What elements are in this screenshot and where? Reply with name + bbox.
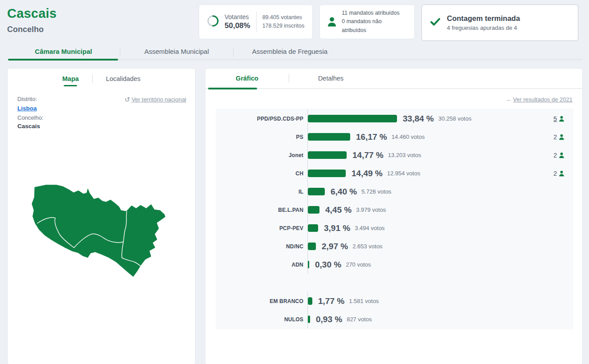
contagem-title: Contagem terminada [447,14,520,23]
pct-value: 33,84 % [403,114,434,124]
result-bar [308,170,346,177]
result-bar [308,224,318,232]
pct-value: 1,77 % [318,296,344,306]
votes-value: 12.954 votos [387,170,420,177]
person-icon [559,134,564,140]
result-bar [308,151,347,159]
chart-row-ps: PS16,17 %14.460 votos2 [216,128,573,146]
result-bar [308,261,309,268]
chart-row-jonet: Jonet14,77 %13.203 votos2 [216,146,573,164]
votes-value: 14.460 votos [392,133,425,140]
main-tabs: Câmara Municipal Assembleia Municipal As… [7,45,583,61]
bar-area: 2,97 %2.653 votos [307,237,573,255]
votes-value: 13.203 votos [388,152,421,158]
title-block: Cascais Concelho [7,4,199,41]
votes-value: 270 votos [346,261,371,268]
district-link[interactable]: Lisboa [17,105,37,112]
bar-area: 14,49 %12.954 votos [307,164,573,182]
votantes-card: Votantes 50,08% 89.405 votantes 178.529 … [199,4,313,39]
tab-mapa[interactable]: Mapa [49,75,92,82]
tab-assembleia-freguesia[interactable]: Assembleia de Freguesia [233,45,346,61]
tab-detalhes[interactable]: Detalhes [289,75,372,82]
result-bar [308,115,397,122]
contagem-subtitle: 4 freguesias apuradas de 4 [447,24,520,31]
result-bar [308,206,319,214]
tab-camara-municipal[interactable]: Câmara Municipal [7,45,120,61]
bar-area: 0,30 %270 votos [307,255,573,274]
bar-area: 4,45 %3.979 votos [307,201,573,219]
council-value: Cascais [17,123,185,129]
tab-assembleia-municipal[interactable]: Assembleia Municipal [120,45,233,61]
national-territory-link[interactable]: ↺ Ver território nacional [125,96,186,103]
pct-value: 0,30 % [315,260,341,270]
party-label: PCP-PEV [216,225,307,231]
bar-area: 0,93 %827 votos [307,310,573,328]
chart-row-ch: CH14,49 %12.954 votos2 [216,164,573,182]
pct-value: 6,40 % [331,187,357,197]
party-label: EM BRANCO [216,298,307,304]
pct-value: 2,97 % [322,242,348,251]
party-label: PS [216,134,307,140]
result-bar [308,243,316,250]
cascais-map[interactable] [14,176,189,310]
pct-value: 16,17 % [356,132,387,142]
page-title: Cascais [7,6,199,21]
tab-grafico[interactable]: Gráfico [205,75,289,82]
votes-value: 5.726 votos [361,188,391,195]
pct-value: 14,77 % [352,150,384,160]
page-header: Cascais Concelho Votantes 50,08% 89.405 … [0,0,589,41]
arrow-left-icon: ← [506,96,513,103]
contagem-text: Contagem terminada 4 freguesias apuradas… [447,14,520,31]
person-icon [559,152,564,158]
mandates: 2 [553,128,564,146]
map-panel: Mapa Localidades Distrito: Lisboa Concel… [7,68,196,364]
mandatos-text: 11 mandatos atribuídos 0 mandatos não at… [342,9,407,35]
chart-row-adn: ADN0,30 %270 votos [216,255,573,274]
party-label: ADN [216,262,307,268]
map-container [8,176,195,311]
tab-localidades[interactable]: Localidades [93,75,154,82]
summary-cards: Votantes 50,08% 89.405 votantes 178.529 … [199,4,578,41]
bar-area: 6,40 %5.726 votos [307,182,573,201]
card-divider [256,12,257,32]
votes-value: 3.979 votos [356,206,386,213]
turnout-progress-ring-icon [206,14,220,29]
votantes-figure: Votantes 50,08% [225,13,250,30]
result-bar [308,315,310,323]
contagem-card: Contagem terminada 4 freguesias apuradas… [421,4,578,41]
result-bar [308,297,312,305]
bar-area: 33,84 %30.258 votos [307,109,573,128]
votantes-detail: 89.405 votantes 178.529 inscritos [262,13,305,30]
chart-row-nulos: NULOS0,93 %827 votos [216,310,573,328]
mandates-count[interactable]: 5 [553,115,557,122]
party-label: ND/NC [216,243,307,250]
mandates: 2 [553,164,564,182]
votes-value: 30.258 votos [438,115,471,122]
undo-icon: ↺ [125,96,131,103]
chart-row-nd-nc: ND/NC2,97 %2.653 votos [216,237,573,255]
party-label: NULOS [216,316,307,323]
bar-area: 3,91 %3.494 votos [307,219,573,237]
mandatos-atribuidos: 11 mandatos atribuídos [342,9,407,17]
chart-row-pcp-pev: PCP-PEV3,91 %3.494 votos [216,219,573,237]
pct-value: 4,45 % [325,205,352,215]
person-icon [559,170,564,177]
bar-area: 14,77 %13.203 votos [307,146,573,164]
results-2021-link[interactable]: ← Ver resultados de 2021 [506,96,573,103]
mandatos-nao-atribuidos: 0 mandatos não atribuídos [342,17,407,35]
pct-value: 0,93 % [316,315,342,324]
chart-row-em-branco: EM BRANCO1,77 %1.581 votos [216,292,573,310]
results-panel-tabs: Gráfico Detalhes [205,69,582,89]
votes-value: 2.653 votos [352,243,382,250]
person-icon [559,116,564,122]
result-bar [308,133,350,141]
pct-value: 3,91 % [324,223,350,233]
mandates: 2 [553,146,564,164]
chart-row-il: IL6,40 %5.726 votos [216,182,573,201]
votes-value: 3.494 votos [355,225,384,231]
checkmark-icon [430,17,441,28]
results-panel: Gráfico Detalhes ← Ver resultados de 202… [205,68,583,364]
pct-value: 14,49 % [352,169,383,178]
bar-area: 1,77 %1.581 votos [307,292,573,310]
mandates-count: 2 [553,152,557,159]
